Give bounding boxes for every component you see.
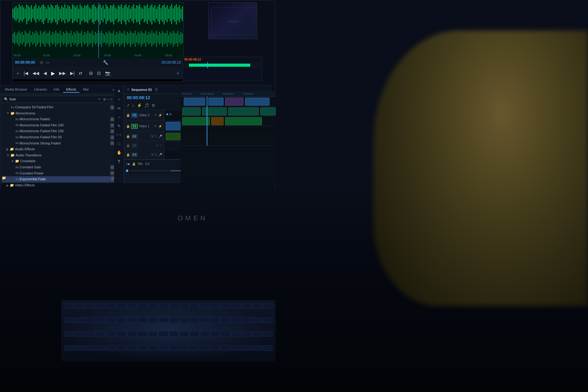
track-a1-lock[interactable]: 🔒	[126, 144, 130, 147]
svg-rect-67	[113, 4, 114, 24]
svg-rect-115	[14, 32, 15, 44]
track-v1-sync[interactable]: ⚡	[158, 125, 162, 128]
folder-monochrome[interactable]: ▼ 📁 Monochrome	[2, 110, 115, 117]
tab-info[interactable]: Info	[51, 87, 62, 93]
tl-clip-v1-3[interactable]	[228, 107, 259, 115]
tab-libraries[interactable]: Libraries	[31, 87, 50, 93]
svg-rect-85	[141, 7, 142, 20]
track-a4-solo[interactable]: S	[155, 153, 157, 156]
tl-clip-v1-4[interactable]	[260, 107, 276, 115]
svg-rect-52	[90, 9, 91, 19]
prev-frame-button[interactable]: ◀◀	[31, 70, 40, 76]
track-a1-mute[interactable]: M	[156, 144, 159, 147]
folder-audio-effects[interactable]: ▶ 📁 Audio Effects	[2, 146, 115, 152]
seq-tool-settings[interactable]: ⚙	[152, 103, 155, 108]
folder-video-effects[interactable]: ▶ 📁 Video Effects	[2, 182, 115, 189]
svg-rect-26	[51, 4, 52, 23]
selection-tool-button[interactable]: ▲	[115, 87, 123, 94]
effect-monochrome-faded[interactable]: Fx Monochrome Faded ⊡	[2, 116, 115, 122]
key-4	[96, 303, 105, 309]
mark-in-button[interactable]: ⌐	[16, 70, 21, 76]
seq-tool-marker[interactable]: ⌂	[132, 103, 134, 108]
add-button[interactable]: +	[175, 70, 180, 76]
track-a2-solo[interactable]: S	[155, 135, 157, 138]
tl-row-v2	[181, 97, 276, 106]
track-a4-lock[interactable]: 🔒	[126, 153, 130, 156]
track-a1-solo[interactable]: S	[160, 144, 162, 147]
ripple-edit-tool-button[interactable]: ⇔	[115, 104, 123, 112]
effect-cinespace[interactable]: Fx Cinespace 50 Faded Film ⊡	[2, 104, 115, 110]
svg-rect-105	[171, 4, 172, 24]
mix-skip-button[interactable]: |◀	[126, 162, 130, 166]
step-back-button[interactable]: |◀	[22, 70, 29, 76]
effect-constant-gain[interactable]: Fx Constant Gain ⊡	[2, 164, 115, 170]
tl-clip-a2-3[interactable]	[225, 117, 262, 125]
effect-monochrome-faded-50[interactable]: Fx Monochrome Faded Film 50 ⊡	[2, 134, 115, 140]
effects-sort-button[interactable]: ≡	[107, 98, 109, 101]
tl-clip-v2-3[interactable]	[225, 98, 243, 106]
track-v2-eye[interactable]: 👁	[154, 114, 157, 117]
effect-monochrome-faded-150[interactable]: Fx Monochrome Faded Film 150 ⊡	[2, 128, 115, 134]
hand-tool-button[interactable]: ✋	[115, 149, 123, 156]
tl-clip-a2-1[interactable]	[182, 117, 210, 125]
seq-tool-audio[interactable]: 🎵	[144, 103, 149, 108]
tl-clip-v2-1[interactable]	[184, 98, 205, 106]
track-a2-lock[interactable]: 🔒	[126, 135, 130, 138]
transport-controls: ⌐ |◀ ◀◀ ◀ ▶ ▶▶ ▶| ⇄ ⊟ ⊡ 📷 +	[13, 67, 183, 79]
tl-row-a4	[181, 136, 276, 146]
tab-mar[interactable]: Mar	[80, 87, 92, 93]
key-19	[252, 303, 262, 309]
track-v1-lock[interactable]: 🔒	[126, 125, 130, 128]
new-bin-button[interactable]: 📁	[2, 176, 6, 180]
seq-tool-link[interactable]: ⚡	[137, 103, 142, 108]
export-button[interactable]: 📷	[104, 70, 111, 76]
type-tool-button[interactable]: T	[115, 158, 123, 165]
step-forward-button[interactable]: ▶|	[69, 70, 76, 76]
next-frame-button[interactable]: ▶▶	[58, 70, 67, 76]
loop-button[interactable]: ⇄	[77, 70, 84, 76]
folder-audio-transitions[interactable]: ▼ 📁 Audio Transitions	[2, 152, 115, 159]
tl-clip-v1-1[interactable]	[182, 107, 201, 115]
sequence-close-button[interactable]: ✕	[127, 88, 130, 91]
track-v1-eye[interactable]: 👁	[154, 125, 157, 128]
prev-button[interactable]: ◀	[42, 70, 48, 76]
track-a2-mic[interactable]: 🎤	[158, 135, 162, 138]
search-clear-button[interactable]: ✕	[98, 97, 101, 101]
svg-rect-205	[151, 31, 152, 47]
svg-text:03:00: 03:00	[104, 54, 111, 57]
tab-media-browser[interactable]: Media Browser	[2, 87, 30, 93]
track-a4-label: A4	[131, 152, 138, 157]
track-a2-mute[interactable]: M	[151, 135, 154, 138]
pen-tool-button[interactable]: ✎	[115, 122, 123, 129]
rolling-edit-tool-button[interactable]: ↔	[115, 113, 123, 121]
svg-rect-201	[145, 31, 146, 47]
svg-rect-159	[81, 31, 82, 47]
tab-effects[interactable]: Effects	[63, 87, 79, 93]
overwrite-button[interactable]: ⊡	[96, 70, 102, 76]
track-a4-mute[interactable]: M	[151, 153, 154, 156]
tl-clip-v2-2[interactable]	[208, 98, 224, 106]
folder-crossfade[interactable]: ▼ 📁 Crossfade	[2, 158, 115, 164]
effects-filter-button[interactable]: ⊡	[110, 98, 112, 101]
svg-text:00:00: 00:00	[14, 54, 21, 57]
effects-view-toggle[interactable]: ⊞	[103, 98, 106, 101]
svg-rect-94	[154, 5, 155, 22]
svg-rect-53	[92, 5, 93, 22]
slip-tool-button[interactable]: |→|	[115, 131, 123, 138]
tl-clip-v1-2[interactable]	[202, 107, 227, 115]
track-v2-lock[interactable]: 🔒	[126, 114, 130, 117]
tl-clip-v2-4[interactable]	[245, 98, 270, 106]
effect-monochrome-faded-100[interactable]: Fx Monochrome Faded Film 100 ⊡	[2, 122, 115, 129]
play-button[interactable]: ▶	[50, 70, 56, 77]
effect-monochrome-strong[interactable]: Fx Monochrome Strong Faded ⊡	[2, 140, 115, 147]
track-select-tool-button[interactable]: ⊹	[115, 95, 123, 103]
rectangle-tool-button[interactable]: □	[115, 140, 123, 147]
track-a4-mic[interactable]: 🎤	[158, 153, 162, 156]
seq-tool-snap[interactable]: ↗	[126, 103, 130, 108]
insert-button[interactable]: ⊟	[88, 70, 94, 76]
tl-clip-a2-2[interactable]	[211, 117, 224, 125]
svg-rect-107	[174, 6, 175, 22]
sequence-menu-button[interactable]: ☰	[155, 88, 158, 92]
track-v2-sync[interactable]: ⚡	[158, 114, 162, 117]
key-43	[85, 331, 95, 337]
